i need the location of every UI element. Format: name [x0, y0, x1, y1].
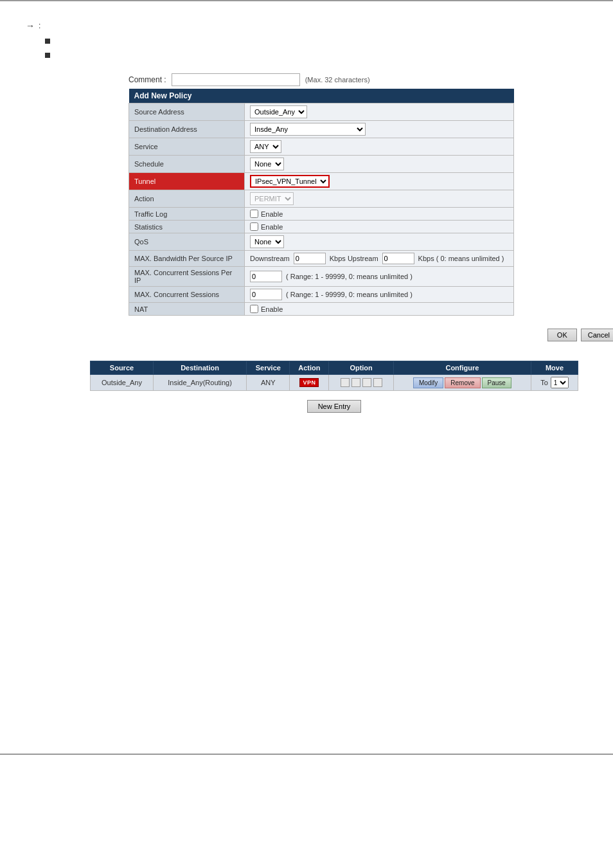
move-select[interactable]: 1: [551, 377, 569, 388]
traffic-log-row: Traffic Log Enable: [129, 208, 514, 221]
col-destination: Destination: [153, 361, 246, 375]
row-destination: Inside_Any(Routing): [153, 375, 246, 391]
arrow-icon: →: [26, 21, 35, 31]
option-box-3[interactable]: [362, 378, 371, 387]
tunnel-label: Tunnel: [129, 173, 245, 190]
bullet-item-1: [45, 37, 587, 46]
sessions-per-ip-row: ( Range: 1 - 99999, 0: means unlimited ): [250, 271, 508, 282]
traffic-log-enable: Enable: [250, 210, 508, 218]
traffic-log-value: Enable: [245, 208, 514, 221]
row-option: [329, 375, 394, 391]
max-sessions-per-ip-value: ( Range: 1 - 99999, 0: means unlimited ): [245, 267, 514, 287]
bullet-square-2: [45, 53, 50, 58]
destination-address-value: Insde_Any: [245, 121, 514, 138]
downstream-input[interactable]: [294, 253, 326, 264]
cancel-button[interactable]: Cancel: [581, 329, 613, 341]
comment-input[interactable]: [172, 73, 300, 86]
option-box-1[interactable]: [341, 378, 350, 387]
col-source: Source: [91, 361, 154, 375]
upstream-label: Kbps Upstream: [330, 255, 378, 262]
action-row: Action PERMIT: [129, 190, 514, 208]
option-cells: [333, 378, 389, 387]
traffic-log-checkbox[interactable]: [250, 210, 258, 218]
sessions-hint: ( Range: 1 - 99999, 0: means unlimited ): [286, 291, 413, 298]
sessions-row: ( Range: 1 - 99999, 0: means unlimited ): [250, 289, 508, 300]
statistics-checkbox[interactable]: [250, 222, 258, 231]
nat-checkbox[interactable]: [250, 305, 258, 313]
sessions-input[interactable]: [250, 289, 282, 300]
pause-button[interactable]: Pause: [482, 377, 511, 388]
nat-value: Enable: [245, 303, 514, 316]
bullet-list: [45, 37, 587, 60]
spacer: [0, 426, 613, 747]
configure-cell: Modify Remove Pause: [398, 377, 527, 388]
max-sessions-value: ( Range: 1 - 99999, 0: means unlimited ): [245, 287, 514, 303]
bullet-text-1: [55, 37, 57, 46]
upstream-input[interactable]: [382, 253, 414, 264]
form-buttons: OK Cancel: [129, 329, 613, 341]
nat-row: NAT Enable: [129, 303, 514, 316]
remove-button[interactable]: Remove: [445, 377, 480, 388]
col-configure: Configure: [393, 361, 531, 375]
traffic-log-label: Traffic Log: [129, 208, 245, 221]
new-entry-button[interactable]: New Entry: [307, 400, 362, 413]
col-option: Option: [329, 361, 394, 375]
nat-text: Enable: [261, 305, 283, 313]
source-address-select[interactable]: Outside_Any: [250, 105, 307, 118]
service-select[interactable]: ANY: [250, 140, 281, 153]
nat-enable: Enable: [250, 305, 508, 313]
sessions-per-ip-input[interactable]: [250, 271, 282, 282]
destination-address-row: Destination Address Insde_Any: [129, 121, 514, 138]
schedule-label: Schedule: [129, 156, 245, 173]
action-value: PERMIT: [245, 190, 514, 208]
nat-label: NAT: [129, 303, 245, 316]
intro-colon: :: [39, 21, 40, 30]
modify-button[interactable]: Modify: [413, 377, 443, 388]
source-address-row: Source Address Outside_Any: [129, 104, 514, 121]
ok-button[interactable]: OK: [547, 329, 577, 341]
move-to-label: To: [540, 379, 548, 386]
action-label: Action: [129, 190, 245, 208]
comment-hint: (Max. 32 characters): [305, 76, 370, 84]
option-box-2[interactable]: [351, 378, 360, 387]
statistics-enable: Enable: [250, 222, 508, 231]
new-entry-wrapper: New Entry: [90, 400, 578, 413]
form-header-row: Add New Policy: [129, 89, 514, 104]
comment-row: Comment : (Max. 32 characters): [129, 73, 587, 86]
option-box-4[interactable]: [373, 378, 382, 387]
policy-list-table: Source Destination Service Action Option…: [90, 361, 578, 391]
vpn-badge: VPN: [299, 378, 319, 387]
schedule-select[interactable]: None: [250, 158, 284, 170]
bandwidth-row: Downstream Kbps Upstream Kbps ( 0: means…: [250, 253, 508, 264]
max-bandwidth-label: MAX. Bandwidth Per Source IP: [129, 251, 245, 267]
max-sessions-label: MAX. Concurrent Sessions: [129, 287, 245, 303]
max-sessions-per-ip-row: MAX. Concurrent Sessions Per IP ( Range:…: [129, 267, 514, 287]
schedule-row: Schedule None: [129, 156, 514, 173]
source-address-value: Outside_Any: [245, 104, 514, 121]
action-select[interactable]: PERMIT: [250, 192, 294, 205]
page-wrapper: → : Comment : (Max. 32 characters) Add N…: [0, 0, 613, 868]
max-sessions-row: MAX. Concurrent Sessions ( Range: 1 - 99…: [129, 287, 514, 303]
tunnel-row: Tunnel IPsec_VPN_Tunnel: [129, 173, 514, 190]
bottom-border: [0, 754, 613, 755]
qos-label: QoS: [129, 233, 245, 251]
tunnel-value: IPsec_VPN_Tunnel: [245, 173, 514, 190]
col-service: Service: [247, 361, 290, 375]
max-bandwidth-row: MAX. Bandwidth Per Source IP Downstream …: [129, 251, 514, 267]
qos-select[interactable]: None: [250, 235, 284, 248]
policy-list-row: Outside_Any Inside_Any(Routing) ANY VPN: [91, 375, 578, 391]
col-action: Action: [290, 361, 329, 375]
row-source: Outside_Any: [91, 375, 154, 391]
tunnel-select[interactable]: IPsec_VPN_Tunnel: [250, 175, 330, 188]
policy-list-header-row: Source Destination Service Action Option…: [91, 361, 578, 375]
row-action: VPN: [290, 375, 329, 391]
max-bandwidth-value: Downstream Kbps Upstream Kbps ( 0: means…: [245, 251, 514, 267]
service-label: Service: [129, 138, 245, 156]
comment-label: Comment :: [129, 75, 166, 84]
qos-value: None: [245, 233, 514, 251]
destination-address-select[interactable]: Insde_Any: [250, 123, 366, 136]
statistics-label: Statistics: [129, 221, 245, 233]
statistics-row: Statistics Enable: [129, 221, 514, 233]
service-value: ANY: [245, 138, 514, 156]
kbps-hint: Kbps ( 0: means unlimited ): [418, 255, 504, 262]
